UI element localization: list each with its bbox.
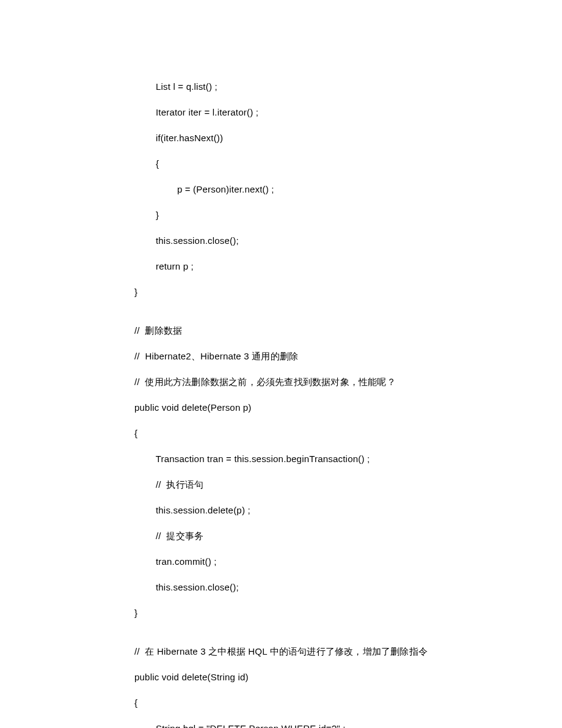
code-line: tran.commit() ; (134, 555, 507, 568)
code-line: Iterator iter = l.iterator() ; (134, 106, 507, 119)
code-line: public void delete(String id) (134, 671, 507, 683)
document-page: List l = q.list() ; Iterator iter = l.it… (0, 0, 562, 728)
code-line: // 使用此方法删除数据之前，必须先查找到数据对象，性能呢？ (134, 375, 507, 388)
code-line: // 执行语句 (134, 478, 507, 491)
code-line: { (134, 427, 507, 439)
code-line: } (134, 285, 507, 298)
code-line: // 提交事务 (134, 529, 507, 542)
code-line: Transaction tran = this.session.beginTra… (134, 452, 507, 465)
code-line: this.session.close(); (134, 234, 507, 247)
code-line: { (134, 696, 507, 709)
code-line: } (134, 606, 507, 619)
code-line: { (134, 157, 507, 170)
code-line: // 删除数据 (134, 324, 507, 337)
code-line: List l = q.list() ; (134, 80, 507, 93)
code-line: if(iter.hasNext()) (134, 131, 507, 144)
code-block: List l = q.list() ; Iterator iter = l.it… (134, 67, 507, 728)
code-line: return p ; (134, 260, 507, 273)
code-line: this.session.delete(p) ; (134, 504, 507, 517)
code-line: this.session.close(); (134, 581, 507, 594)
code-line: public void delete(Person p) (134, 401, 507, 414)
code-line: p = (Person)iter.next() ; (134, 183, 507, 196)
code-line: String hql = "DELETE Person WHERE id=?" … (134, 722, 507, 728)
code-line: // Hibernate2、Hibernate 3 通用的删除 (134, 350, 507, 362)
code-line: } (134, 208, 507, 221)
code-line: // 在 Hibernate 3 之中根据 HQL 中的语句进行了修改，增加了删… (134, 645, 507, 658)
